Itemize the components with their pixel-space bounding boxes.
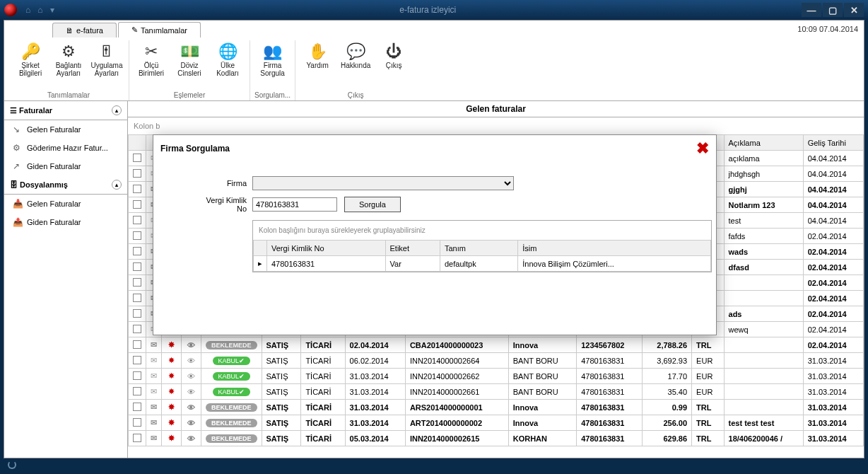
row-checkbox[interactable]: [133, 371, 141, 380]
table-row[interactable]: ✉✸👁KABUL✔SATIŞTİCARİ31.03.2014INN2014000…: [129, 384, 864, 400]
yardim-button[interactable]: ✋Yardım: [300, 40, 335, 90]
ruler-icon: ✂: [145, 42, 158, 62]
eye-icon[interactable]: 👁: [187, 372, 195, 381]
cell: TRL: [692, 337, 724, 353]
sidebar-item-giden[interactable]: ↗Giden Faturalar: [4, 157, 127, 175]
rb-label: Ülke Kodları: [210, 62, 245, 77]
row-checkbox[interactable]: [133, 403, 141, 411]
cell: 629.86: [643, 431, 692, 446]
col-vkn[interactable]: Vergi Kimlik No: [267, 241, 386, 256]
col-isim[interactable]: İsim: [518, 241, 711, 256]
uygulama-ayarlari-button[interactable]: 🎚Uygulama Ayarları: [89, 40, 124, 90]
col-tanim[interactable]: Tanım: [440, 241, 517, 256]
cell: ✸: [162, 369, 182, 384]
sidebar: ☰ Faturalar ▴ ↘Gelen Faturalar ⚙Göderime…: [4, 101, 128, 458]
col-aciklama[interactable]: Açıklama: [724, 135, 803, 151]
tab-tanimlamalar[interactable]: ✎ Tanımlamalar: [118, 22, 201, 37]
row-checkbox[interactable]: [133, 325, 141, 333]
row-checkbox[interactable]: [133, 154, 141, 162]
eye-icon[interactable]: 👁: [187, 388, 195, 396]
cikis-button[interactable]: ⏻Çıkış: [376, 40, 411, 90]
row-checkbox[interactable]: [133, 216, 141, 224]
row-checkbox[interactable]: [133, 309, 141, 318]
sidebar-item-gelen[interactable]: ↘Gelen Faturalar: [4, 120, 127, 139]
firma-sorgulama-modal: Firma Sorgulama ✖ Firma Vergi Kimlik No …: [153, 134, 717, 335]
row-checkbox[interactable]: [133, 185, 141, 193]
hakkinda-button[interactable]: 💬Hakkında: [338, 40, 373, 90]
maximize-button[interactable]: ▢: [823, 3, 843, 17]
cell: 31.03.2014: [803, 415, 863, 431]
cell: [724, 400, 803, 415]
cell: 04.04.2014: [803, 166, 863, 182]
eye-icon[interactable]: 👁: [187, 434, 195, 443]
cell: SATIŞ: [262, 431, 301, 446]
col-etiket[interactable]: Etiket: [385, 241, 440, 256]
cell: 18/406200046 /: [724, 431, 803, 446]
eye-icon[interactable]: 👁: [187, 341, 195, 349]
bug-icon: ✸: [168, 434, 175, 442]
row-checkbox[interactable]: [133, 247, 141, 255]
row-checkbox[interactable]: [133, 387, 141, 395]
sidebar-item-d-gelen[interactable]: 📥Gelen Faturalar: [4, 195, 127, 213]
result-row[interactable]: ▸ 4780163831 Var defaultpk İnnova Bilişi…: [254, 256, 711, 272]
baglanti-ayarlari-button[interactable]: ⚙Bağlantı Ayarları: [51, 40, 86, 90]
cell: 05.03.2014: [345, 431, 405, 446]
cell: BEKLEMEDE: [201, 431, 262, 446]
sidebar-header-faturalar[interactable]: ☰ Faturalar ▴: [4, 101, 127, 120]
table-row[interactable]: ✉✸👁KABUL✔SATIŞTİCARİ31.03.2014INN2014000…: [129, 369, 864, 384]
row-checkbox[interactable]: [133, 294, 141, 302]
table-row[interactable]: ✉✸👁KABUL✔SATIŞTİCARİ06.02.2014INN2014000…: [129, 353, 864, 369]
eye-icon[interactable]: 👁: [187, 357, 195, 365]
firma-label: Firma: [196, 179, 252, 187]
sorgula-button[interactable]: Sorgula: [344, 197, 401, 212]
titlebar-home-icon[interactable]: ⌂: [25, 5, 30, 15]
close-button[interactable]: ✕: [844, 3, 864, 17]
window-titlebar: ⌂ ⌂ ▾ e-fatura izleyici — ▢ ✕: [0, 0, 868, 20]
row-checkbox[interactable]: [133, 340, 141, 349]
table-row[interactable]: ✉✸👁BEKLEMEDESATIŞTİCARİ02.04.2014CBA2014…: [129, 337, 864, 353]
cell: 2,788.26: [643, 337, 692, 353]
row-checkbox[interactable]: [133, 356, 141, 364]
tab-efatura[interactable]: 🗎 e-fatura: [52, 23, 117, 37]
row-checkbox[interactable]: [133, 169, 141, 178]
ulke-kodlari-button[interactable]: 🌐Ülke Kodları: [210, 40, 245, 90]
cell: SATIŞ: [262, 369, 301, 384]
gear-icon: ⚙: [13, 143, 23, 153]
table-row[interactable]: ✉✸👁BEKLEMEDESATIŞTİCARİ31.03.2014ART2014…: [129, 415, 864, 431]
sidebar-item-gonderime[interactable]: ⚙Göderime Hazır Fatur...: [4, 139, 127, 157]
grid-group-hint: Kolon b: [128, 117, 864, 134]
row-checkbox[interactable]: [133, 434, 141, 442]
cell-etiket: Var: [385, 256, 440, 272]
olcu-birimleri-button[interactable]: ✂Ölçü Birimleri: [134, 40, 169, 90]
firma-select[interactable]: [252, 176, 514, 190]
row-checkbox[interactable]: [133, 231, 141, 240]
row-checkbox[interactable]: [133, 278, 141, 287]
col-gelis[interactable]: Geliş Tarihi: [803, 135, 863, 151]
row-checkbox[interactable]: [133, 200, 141, 209]
doviz-cinsleri-button[interactable]: 💵Döviz Cinsleri: [172, 40, 207, 90]
vkn-input[interactable]: [252, 197, 337, 212]
cell: 256.00: [643, 415, 692, 431]
cell: BANT BORU: [508, 369, 576, 384]
row-checkbox[interactable]: [133, 418, 141, 427]
table-row[interactable]: ✉✸👁BEKLEMEDESATIŞTİCARİ31.03.2014ARS2014…: [129, 400, 864, 415]
cell: 31.03.2014: [803, 353, 863, 369]
minimize-button[interactable]: —: [802, 3, 821, 17]
eye-icon[interactable]: 👁: [187, 419, 195, 427]
sirket-bilgileri-button[interactable]: 🔑Şirket Bilgileri: [13, 40, 48, 90]
table-row[interactable]: ✉✸👁BEKLEMEDESATIŞTİCARİ05.03.2014INN2014…: [129, 431, 864, 446]
eye-icon[interactable]: 👁: [187, 403, 195, 412]
arrow-in-icon: ↘: [13, 125, 23, 134]
row-checkbox[interactable]: [133, 262, 141, 271]
chevron-up-icon[interactable]: ▴: [112, 180, 122, 190]
cell: [129, 229, 146, 244]
chevron-up-icon[interactable]: ▴: [112, 105, 122, 115]
sliders2-icon: 🎚: [99, 42, 115, 62]
sidebar-item-d-giden[interactable]: 📤Giden Faturalar: [4, 213, 127, 231]
titlebar-home2-icon[interactable]: ⌂: [37, 5, 42, 15]
modal-close-button[interactable]: ✖: [696, 139, 709, 158]
sidebar-header-dosyalanmis[interactable]: 🗄 Dosyalanmış ▴: [4, 175, 127, 195]
cell: Innova: [508, 337, 576, 353]
cell: 👁: [182, 353, 201, 369]
firma-sorgula-button[interactable]: 👥Firma Sorgula: [255, 40, 291, 90]
